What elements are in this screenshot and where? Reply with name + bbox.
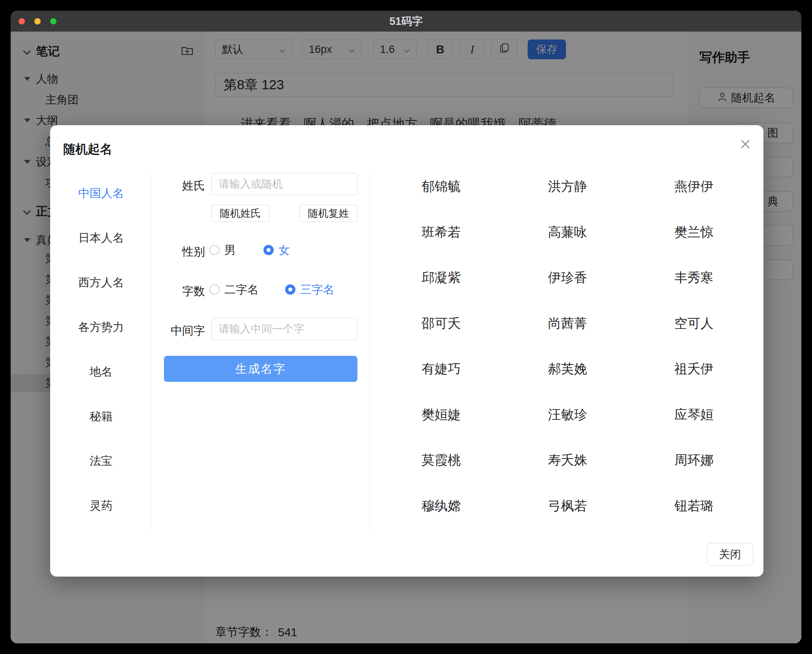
generated-name[interactable]: 邵可夭 xyxy=(378,301,504,347)
gender-male-label[interactable]: 男 xyxy=(224,244,236,256)
titlebar: 51码字 xyxy=(11,11,801,32)
char-count-label: 字数 xyxy=(161,284,205,299)
tab-manuals[interactable]: 秘籍 xyxy=(72,394,130,439)
generated-name[interactable]: 周环娜 xyxy=(631,438,757,483)
gender-female-radio[interactable] xyxy=(263,245,274,255)
random-compound-label: 随机复姓 xyxy=(308,207,349,220)
generated-name[interactable]: 邱凝紫 xyxy=(378,255,504,301)
middle-char-label: 中间字 xyxy=(161,323,205,339)
generated-name[interactable]: 应琴姮 xyxy=(631,392,757,438)
generated-name[interactable]: 空可人 xyxy=(631,301,757,347)
generated-name[interactable]: 丰秀寒 xyxy=(631,255,757,301)
generated-names-grid: 郁锦毓 洪方静 燕伊伊 班希若 高蒹咏 樊兰惊 邱凝紫 伊珍香 丰秀寒 邵可夭 … xyxy=(378,164,757,529)
tab-treasures[interactable]: 法宝 xyxy=(72,439,130,483)
generated-name[interactable]: 高蒹咏 xyxy=(504,210,631,256)
random-compound-surname-button[interactable]: 随机复姓 xyxy=(299,205,357,222)
gender-female-label[interactable]: 女 xyxy=(278,244,290,256)
random-name-modal: 随机起名 中国人名 日本人名 西方人名 各方势力 地名 秘籍 法宝 灵药 姓氏 … xyxy=(50,125,763,577)
divider xyxy=(369,171,370,531)
app-window: 51码字 笔记 人物 主角团 大纲 总 设定 功 xyxy=(11,11,801,643)
close-traffic-light[interactable] xyxy=(19,18,25,24)
window-title: 51码字 xyxy=(389,14,423,28)
tab-chinese-names[interactable]: 中国人名 xyxy=(72,171,130,216)
generated-name[interactable]: 寿夭姝 xyxy=(504,438,631,483)
name-category-tabs: 中国人名 日本人名 西方人名 各方势力 地名 秘籍 法宝 灵药 xyxy=(72,171,130,528)
two-char-label[interactable]: 二字名 xyxy=(224,284,259,295)
two-char-radio[interactable] xyxy=(209,284,220,295)
modal-title: 随机起名 xyxy=(63,141,112,158)
tab-factions[interactable]: 各方势力 xyxy=(72,305,130,350)
divider xyxy=(151,171,152,531)
generated-name[interactable]: 弓枫若 xyxy=(504,483,631,529)
modal-close-button[interactable]: 关闭 xyxy=(707,543,753,566)
generated-name[interactable]: 樊兰惊 xyxy=(631,210,757,256)
generated-name[interactable]: 郁锦毓 xyxy=(378,164,504,210)
gender-male-radio[interactable] xyxy=(209,245,220,255)
three-char-radio[interactable] xyxy=(285,284,295,295)
generated-name[interactable]: 燕伊伊 xyxy=(631,164,757,210)
surname-input[interactable] xyxy=(211,173,357,195)
generate-names-button[interactable]: 生成名字 xyxy=(164,356,357,382)
tab-japanese-names[interactable]: 日本人名 xyxy=(72,216,130,260)
three-char-label[interactable]: 三字名 xyxy=(300,284,335,295)
tab-western-names[interactable]: 西方人名 xyxy=(72,260,130,305)
minimize-traffic-light[interactable] xyxy=(34,18,41,24)
close-icon[interactable] xyxy=(738,137,752,151)
generated-name[interactable]: 樊姮婕 xyxy=(378,392,504,438)
traffic-lights xyxy=(19,11,56,32)
random-surname-label: 随机姓氏 xyxy=(220,207,261,220)
generated-name[interactable]: 钮若璐 xyxy=(631,483,757,529)
generated-name[interactable]: 祖夭伊 xyxy=(631,346,757,392)
generated-name[interactable]: 穆纨嫦 xyxy=(378,483,504,529)
modal-close-label: 关闭 xyxy=(719,547,741,562)
generated-name[interactable]: 莫霞桃 xyxy=(378,438,504,483)
random-surname-button[interactable]: 随机姓氏 xyxy=(211,205,269,222)
middle-char-input[interactable] xyxy=(211,318,357,340)
generate-names-label: 生成名字 xyxy=(235,361,286,377)
generated-name[interactable]: 有婕巧 xyxy=(378,346,504,392)
generated-name[interactable]: 洪方静 xyxy=(504,164,631,210)
tab-place-names[interactable]: 地名 xyxy=(72,350,130,394)
generated-name[interactable]: 班希若 xyxy=(378,210,504,256)
zoom-traffic-light[interactable] xyxy=(50,18,56,24)
generated-name[interactable]: 汪敏珍 xyxy=(504,392,631,438)
surname-label: 姓氏 xyxy=(161,178,205,194)
generated-name[interactable]: 伊珍香 xyxy=(504,255,631,301)
tab-elixirs[interactable]: 灵药 xyxy=(72,483,130,528)
generated-name[interactable]: 郝芙娩 xyxy=(504,346,631,392)
generated-name[interactable]: 尚茜菁 xyxy=(504,301,631,347)
gender-label: 性别 xyxy=(161,244,205,260)
